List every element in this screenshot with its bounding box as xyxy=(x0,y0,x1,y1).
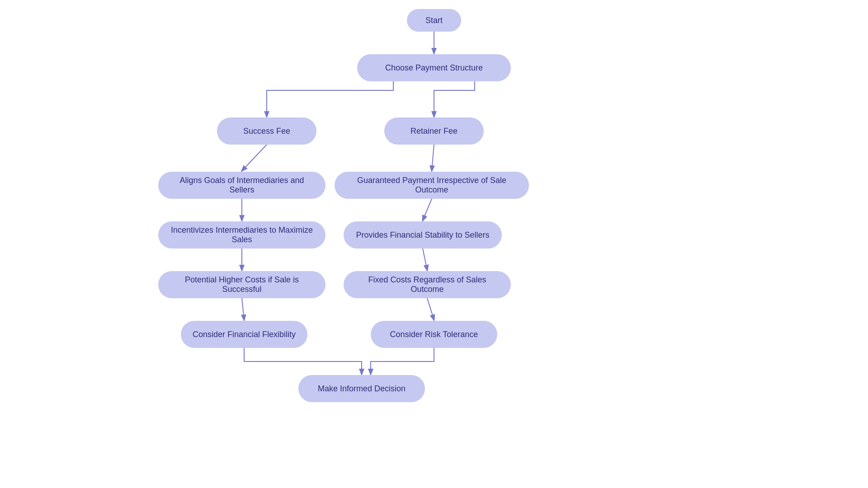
svg-line-3 xyxy=(432,145,434,171)
choose-payment-node: Choose Payment Structure xyxy=(357,54,511,81)
aligns-goals-node: Aligns Goals of Intermediaries and Selle… xyxy=(158,172,326,199)
financial-stability-node: Provides Financial Stability to Sellers xyxy=(344,221,502,249)
guaranteed-payment-node: Guaranteed Payment Irrespective of Sale … xyxy=(335,172,529,199)
svg-line-9 xyxy=(427,298,434,320)
financial-flex-node: Consider Financial Flexibility xyxy=(181,321,307,348)
retainer-fee-node: Retainer Fee xyxy=(384,117,484,145)
svg-line-2 xyxy=(242,145,267,171)
svg-line-7 xyxy=(423,249,427,270)
informed-decision-node: Make Informed Decision xyxy=(298,375,425,402)
incentivizes-node: Incentivizes Intermediaries to Maximize … xyxy=(158,221,326,249)
svg-line-5 xyxy=(423,199,432,221)
higher-costs-node: Potential Higher Costs if Sale is Succes… xyxy=(158,271,326,298)
svg-line-8 xyxy=(242,298,244,320)
fixed-costs-node: Fixed Costs Regardless of Sales Outcome xyxy=(344,271,511,298)
diagram-container: Start Choose Payment Structure Success F… xyxy=(0,0,868,488)
start-node: Start xyxy=(407,9,461,32)
success-fee-node: Success Fee xyxy=(217,117,316,145)
risk-tolerance-node: Consider Risk Tolerance xyxy=(371,321,497,348)
